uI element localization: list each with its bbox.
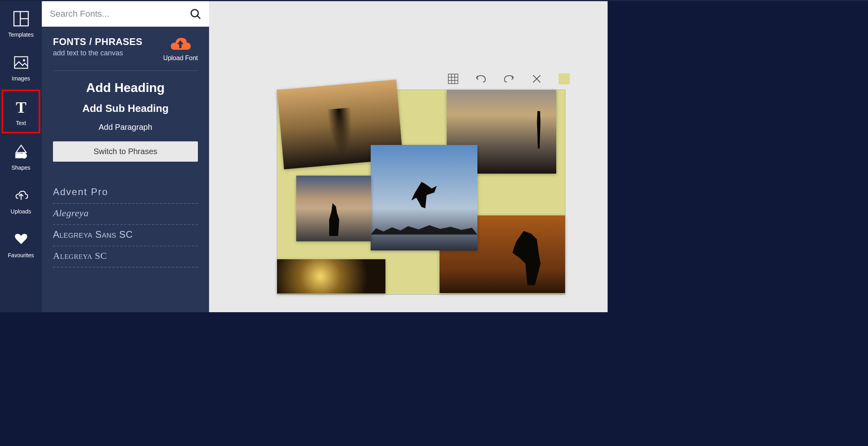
- canvas-image[interactable]: [371, 145, 477, 250]
- undo-button[interactable]: [475, 73, 487, 85]
- svg-text:T: T: [16, 98, 26, 116]
- nav-item-text[interactable]: T Text: [2, 90, 40, 133]
- design-canvas[interactable]: [277, 90, 565, 295]
- font-item[interactable]: Advent Pro: [53, 182, 198, 204]
- font-item[interactable]: Alegreya Sans SC: [53, 225, 198, 246]
- canvas-image[interactable]: [296, 176, 371, 241]
- upload-cloud-icon: [169, 36, 192, 52]
- add-heading-button[interactable]: Add Heading: [53, 80, 198, 95]
- nav-label: Text: [16, 120, 26, 126]
- svg-rect-13: [448, 74, 458, 84]
- font-item[interactable]: Alegreya: [53, 204, 198, 225]
- nav-item-shapes[interactable]: Shapes: [0, 134, 42, 178]
- nav-label: Favourites: [8, 252, 34, 258]
- add-paragraph-button[interactable]: Add Paragraph: [53, 123, 198, 132]
- redo-button[interactable]: [503, 73, 515, 85]
- nav-rail: Templates Images T Text Shapes Uploads F…: [0, 0, 42, 312]
- workspace: [209, 1, 608, 312]
- panel-subtitle: add text to the canvas: [53, 49, 143, 57]
- font-list: Advent Pro Alegreya Alegreya Sans SC Ale…: [53, 182, 198, 268]
- search-bar: [42, 1, 209, 27]
- svg-point-8: [21, 153, 27, 159]
- font-item[interactable]: Alegreya SC: [53, 246, 198, 268]
- upload-font-button[interactable]: Upload Font: [163, 36, 198, 62]
- search-input[interactable]: [50, 9, 190, 19]
- divider: [53, 70, 198, 71]
- nav-label: Uploads: [11, 208, 31, 215]
- upload-label: Upload Font: [163, 55, 198, 62]
- nav-label: Shapes: [12, 164, 30, 171]
- svg-point-4: [23, 59, 25, 61]
- search-icon[interactable]: [190, 8, 201, 20]
- text-panel: FONTS / PHRASES add text to the canvas U…: [42, 1, 209, 312]
- canvas-image[interactable]: [277, 259, 385, 293]
- nav-label: Images: [12, 75, 30, 82]
- close-button[interactable]: [531, 73, 543, 85]
- add-subheading-button[interactable]: Add Sub Heading: [53, 102, 198, 115]
- images-icon: [12, 54, 30, 71]
- favourites-icon: [12, 231, 30, 248]
- templates-icon: [12, 10, 30, 27]
- svg-marker-6: [16, 145, 26, 153]
- shapes-icon: [12, 143, 30, 160]
- svg-point-10: [191, 10, 198, 17]
- uploads-icon: [12, 187, 30, 204]
- text-icon: T: [12, 98, 30, 116]
- canvas-color-swatch[interactable]: [559, 73, 570, 84]
- nav-item-favourites[interactable]: Favourites: [0, 222, 42, 266]
- svg-line-11: [197, 16, 200, 19]
- nav-item-uploads[interactable]: Uploads: [0, 178, 42, 222]
- canvas-toolbar: [447, 73, 570, 85]
- switch-to-phrases-button[interactable]: Switch to Phrases: [53, 141, 198, 162]
- panel-title: FONTS / PHRASES: [53, 36, 143, 47]
- nav-item-images[interactable]: Images: [0, 45, 42, 89]
- svg-rect-3: [14, 57, 27, 68]
- nav-label: Templates: [8, 31, 34, 38]
- nav-item-templates[interactable]: Templates: [0, 1, 42, 45]
- svg-rect-7: [15, 153, 22, 158]
- grid-button[interactable]: [447, 73, 459, 85]
